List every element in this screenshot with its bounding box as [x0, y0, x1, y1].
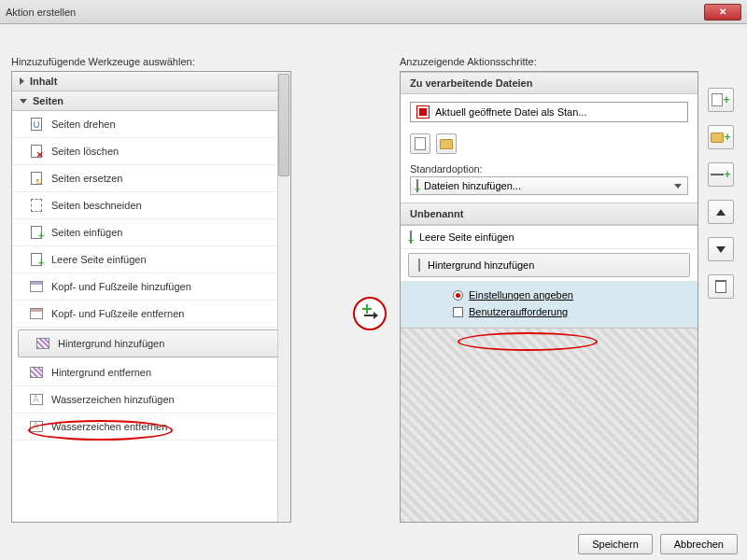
files-header: Zu verarbeitende Dateien [401, 72, 698, 94]
option-prompt[interactable]: Benutzeraufforderung [453, 303, 688, 320]
scrollbar[interactable] [277, 72, 290, 522]
tool-crop[interactable]: Seiten beschneiden [12, 192, 290, 219]
move-down-button[interactable] [708, 237, 734, 261]
option-prompt-label[interactable]: Benutzeraufforderung [469, 306, 568, 317]
move-up-button[interactable] [708, 200, 734, 224]
background-add-icon [418, 259, 420, 271]
plus-icon: + [724, 168, 730, 181]
option-settings-label[interactable]: Einstellungen angeben [469, 289, 573, 301]
tool-delete[interactable]: Seiten löschen [12, 138, 290, 165]
title-bar: Aktion erstellen ✕ [0, 0, 747, 24]
plus-icon: + [723, 93, 729, 106]
tool-hf-add[interactable]: Kopf- und Fußzeile hinzufügen [12, 273, 290, 301]
step-blank-page[interactable]: Leere Seite einfügen [401, 226, 698, 249]
tool-hf-remove[interactable]: Kopf- und Fußzeile entfernen [12, 301, 290, 328]
folder-icon [711, 133, 724, 143]
group-content[interactable]: Inhalt [12, 72, 290, 91]
empty-drop-area[interactable] [401, 329, 698, 522]
add-folder-side-button[interactable]: + [708, 125, 734, 149]
watermark-remove-icon [29, 419, 44, 434]
delete-step-button[interactable] [708, 274, 734, 299]
open-folder-button[interactable] [436, 133, 457, 154]
header-footer-remove-icon [29, 306, 44, 321]
standard-option-dropdown[interactable]: Dateien hinzufügen... [410, 176, 688, 195]
right-column-label: Anzuzeigende Aktionsschritte: [400, 56, 537, 67]
background-add-icon [35, 336, 50, 351]
arrow-right-icon [364, 315, 377, 316]
background-remove-icon [29, 365, 44, 380]
checkbox-icon[interactable] [453, 307, 463, 317]
header-footer-add-icon [29, 279, 44, 294]
group-name-header[interactable]: Unbenannt [401, 203, 698, 225]
add-files-icon [416, 180, 418, 191]
tool-blank[interactable]: Leere Seite einfügen [12, 246, 290, 273]
tool-replace[interactable]: Seiten ersetzen [12, 165, 290, 192]
plus-icon: + [724, 131, 730, 144]
tool-wm-add[interactable]: Wasserzeichen hinzufügen [12, 386, 290, 413]
step-bg-add[interactable]: Hintergrund hinzufügen [408, 253, 690, 277]
folder-icon [440, 139, 453, 149]
file-icon [712, 93, 723, 106]
trash-icon [715, 280, 726, 293]
save-button[interactable]: Speichern [578, 534, 653, 554]
chevron-right-icon [20, 77, 24, 85]
new-file-icon [415, 137, 426, 150]
step-options: Einstellungen angeben Benutzeraufforderu… [401, 281, 698, 329]
window-title: Aktion erstellen [6, 7, 704, 18]
crop-icon [29, 198, 44, 213]
steps-panel: Zu verarbeitende Dateien Aktuell geöffne… [400, 71, 698, 523]
current-file-row[interactable]: Aktuell geöffnete Datei als Stan... [410, 102, 688, 122]
chevron-down-icon [20, 99, 27, 104]
new-file-button[interactable] [410, 133, 430, 154]
tool-wm-remove[interactable]: Wasserzeichen entfernen [12, 413, 290, 441]
blank-page-icon [410, 231, 412, 243]
group-pages[interactable]: Seiten [12, 91, 290, 111]
divider-icon [711, 174, 724, 175]
tools-tree[interactable]: Inhalt Seiten Seiten drehen Seiten lösch… [12, 72, 290, 522]
triangle-up-icon [716, 209, 726, 216]
standard-option-value: Dateien hinzufügen... [424, 180, 521, 191]
radio-checked-icon[interactable] [453, 290, 463, 301]
scrollbar-thumb[interactable] [278, 74, 289, 176]
tool-insert[interactable]: Seiten einfügen [12, 219, 290, 246]
delete-icon [29, 144, 44, 159]
plus-icon [362, 304, 372, 314]
pdf-icon [416, 105, 430, 119]
tools-panel: Inhalt Seiten Seiten drehen Seiten lösch… [11, 71, 291, 523]
option-settings[interactable]: Einstellungen angeben [453, 287, 688, 303]
left-column-label: Hinzuzufügende Werkzeuge auswählen: [11, 56, 195, 67]
dropdown-arrow-icon [674, 184, 682, 189]
blank-page-icon [29, 252, 44, 267]
cancel-button[interactable]: Abbrechen [660, 534, 738, 554]
watermark-add-icon [29, 392, 44, 407]
close-button[interactable]: ✕ [704, 4, 741, 21]
current-file-label: Aktuell geöffnete Datei als Stan... [435, 106, 586, 118]
triangle-down-icon [716, 246, 726, 253]
tool-bg-remove[interactable]: Hintergrund entfernen [12, 359, 290, 386]
add-divider-side-button[interactable]: + [708, 162, 734, 187]
add-step-button[interactable] [353, 297, 387, 330]
group-pages-label: Seiten [33, 95, 63, 106]
add-files-side-button[interactable]: + [708, 88, 734, 112]
tool-rotate[interactable]: Seiten drehen [12, 111, 290, 138]
standard-option-label: Standardoption: [410, 163, 688, 175]
insert-icon [29, 225, 44, 240]
replace-icon [29, 171, 44, 186]
tool-bg-add[interactable]: Hintergrund hinzufügen [18, 329, 285, 357]
rotate-icon [29, 117, 44, 132]
group-content-label: Inhalt [30, 76, 57, 87]
